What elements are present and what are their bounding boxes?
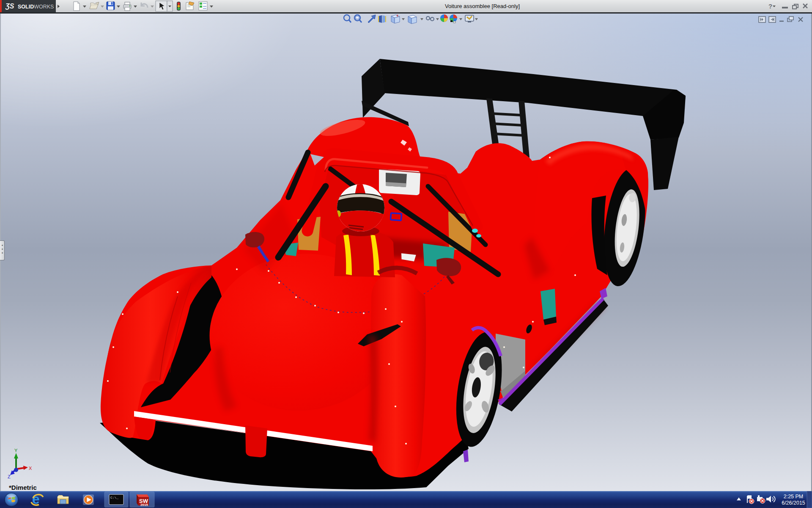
svg-text:Y: Y (14, 448, 18, 453)
svg-text:C:\_: C:\_ (110, 496, 118, 500)
svg-text:Z: Z (8, 474, 11, 479)
svg-text:2:25 PM: 2:25 PM (784, 494, 804, 500)
svg-text:X: X (29, 466, 32, 471)
svg-text:ƷS: ƷS (5, 3, 14, 10)
svg-text:?: ? (768, 3, 772, 10)
svg-text:6/26/2015: 6/26/2015 (782, 500, 805, 506)
svg-text:2015: 2015 (140, 503, 148, 507)
svg-text:SOLIDWORKS: SOLIDWORKS (18, 4, 54, 10)
